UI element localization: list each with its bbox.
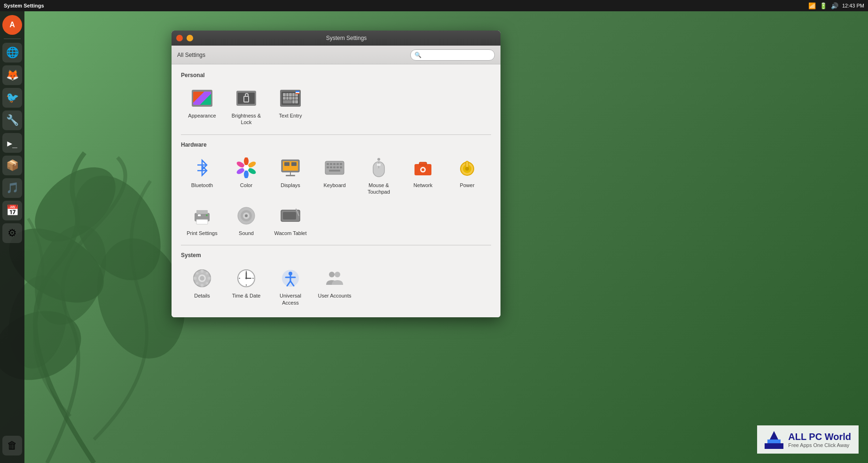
dock-item-software[interactable]: 📦: [2, 156, 22, 175]
personal-items-grid: Appearance: [181, 83, 491, 130]
appearance-item[interactable]: Appearance: [181, 83, 223, 130]
watermark-logo: [765, 430, 783, 449]
bluetooth-item[interactable]: Bluetooth: [181, 153, 223, 199]
watermark-text-block: ALL PC World Free Apps One Click Away: [788, 432, 851, 448]
universal-access-item[interactable]: Universal Access: [269, 263, 312, 310]
sound-label: Sound: [239, 230, 254, 236]
details-item[interactable]: Details: [181, 263, 223, 310]
svg-point-89: [335, 272, 340, 277]
search-box[interactable]: 🔍: [410, 49, 495, 61]
bluetooth-label: Bluetooth: [191, 182, 213, 188]
svg-point-57: [245, 214, 248, 217]
svg-point-53: [206, 214, 208, 216]
svg-point-18: [243, 165, 249, 171]
wacom-icon: [279, 204, 302, 227]
print-settings-icon: [191, 204, 213, 227]
universal-access-icon: [279, 267, 302, 290]
dock-item-terminal[interactable]: ▶_: [2, 133, 22, 153]
mouse-label: Mouse & Touchpad: [360, 182, 398, 196]
system-settings-window: System Settings All Settings 🔍 Personal: [172, 31, 500, 317]
dock-item-firefox[interactable]: 🦊: [2, 65, 22, 85]
color-item[interactable]: Color: [225, 153, 267, 199]
hardware-items-grid: Bluetooth: [181, 153, 491, 241]
mouse-icon: [368, 157, 390, 179]
network-icon: [412, 157, 434, 179]
wacom-item[interactable]: Wacom Tablet: [269, 201, 312, 240]
dock-item-tool[interactable]: 🔧: [2, 110, 22, 130]
svg-rect-59: [283, 212, 296, 220]
svg-rect-30: [340, 163, 342, 165]
svg-rect-33: [333, 166, 336, 168]
dock-item-config[interactable]: ⚙: [2, 223, 22, 243]
appearance-label: Appearance: [188, 112, 216, 119]
dock-item-rhythmbox[interactable]: 🎵: [2, 178, 22, 198]
all-settings-label: All Settings: [177, 52, 205, 58]
mouse-item[interactable]: Mouse & Touchpad: [358, 153, 400, 199]
displays-label: Displays: [281, 182, 300, 188]
bluetooth-icon: [191, 157, 213, 179]
text-entry-item[interactable]: Text Entry: [269, 83, 312, 130]
top-panel: System Settings 📶 🔋 🔊 12:43 PM: [0, 0, 868, 11]
svg-rect-26: [327, 163, 329, 165]
personal-divider: [181, 134, 491, 135]
wacom-label: Wacom Tablet: [274, 230, 306, 236]
wifi-panel-icon: 📶: [808, 2, 816, 9]
window-minimize-button[interactable]: [187, 35, 193, 41]
svg-rect-67: [194, 277, 196, 280]
hardware-section-label: Hardware: [181, 141, 491, 148]
window-content: Personal Appearance: [172, 64, 500, 317]
sound-icon: [235, 204, 258, 227]
svg-point-77: [245, 277, 247, 279]
watermark: ALL PC World Free Apps One Click Away: [757, 425, 859, 454]
all-settings-button[interactable]: All Settings: [177, 52, 205, 58]
svg-rect-27: [330, 163, 332, 165]
power-item[interactable]: Power: [446, 153, 488, 199]
time-date-icon: [235, 267, 258, 290]
desktop: System Settings 📶 🔋 🔊 12:43 PM A 🌐 🦊 🐦 🔧…: [0, 0, 868, 463]
user-accounts-icon: [323, 267, 346, 290]
user-accounts-item[interactable]: User Accounts: [313, 263, 356, 310]
svg-point-44: [422, 168, 424, 171]
watermark-main-text: ALL PC World: [788, 432, 851, 442]
svg-rect-39: [377, 164, 381, 166]
search-input[interactable]: [423, 52, 491, 58]
time-date-label: Time & Date: [232, 292, 261, 299]
details-label: Details: [194, 292, 210, 299]
time-date-item[interactable]: Time & Date: [225, 263, 267, 310]
sound-item[interactable]: Sound: [225, 201, 267, 240]
audio-panel-icon: 🔊: [831, 2, 838, 9]
svg-rect-92: [765, 443, 783, 449]
svg-rect-50: [196, 210, 208, 214]
keyboard-item[interactable]: Keyboard: [313, 153, 356, 199]
hardware-divider: [181, 245, 491, 245]
user-accounts-label: User Accounts: [318, 292, 352, 299]
network-item[interactable]: Network: [402, 153, 444, 199]
dock-item-ubuntu[interactable]: A: [2, 15, 22, 35]
dock-item-trash[interactable]: 🗑: [2, 436, 22, 455]
personal-section-label: Personal: [181, 72, 491, 78]
svg-point-40: [377, 158, 380, 161]
displays-item[interactable]: Displays: [269, 153, 312, 199]
universal-access-label: Universal Access: [271, 292, 310, 306]
svg-point-48: [465, 167, 469, 171]
color-icon: [235, 157, 258, 179]
svg-rect-66: [201, 284, 203, 287]
svg-rect-36: [329, 170, 340, 172]
window-close-button[interactable]: [176, 35, 183, 41]
dock-item-chromium[interactable]: 🌐: [2, 43, 22, 63]
svg-point-15: [244, 170, 249, 178]
network-label: Network: [414, 182, 432, 188]
dock-item-calendar[interactable]: 📅: [2, 201, 22, 220]
dock-item-thunderbird[interactable]: 🐦: [2, 88, 22, 108]
svg-rect-23: [284, 162, 289, 166]
svg-rect-65: [201, 270, 203, 273]
svg-rect-47: [466, 161, 469, 168]
displays-icon: [279, 157, 302, 179]
window-toolbar: All Settings 🔍: [172, 46, 500, 64]
print-settings-item[interactable]: Print Settings: [181, 201, 223, 240]
watermark-sub-text: Free Apps One Click Away: [788, 442, 851, 448]
system-section-label: System: [181, 252, 491, 259]
brightness-item[interactable]: Brightness & Lock: [225, 83, 267, 130]
svg-point-88: [329, 272, 335, 277]
svg-rect-68: [208, 277, 211, 280]
